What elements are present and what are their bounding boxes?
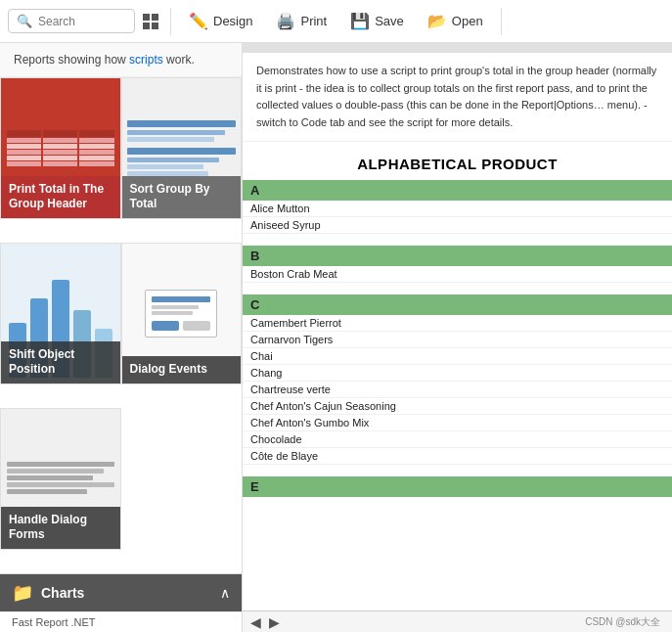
section-b: B Boston Crab Meat — [243, 246, 672, 293]
section-e-header: E — [243, 476, 672, 497]
section-e: E — [243, 476, 672, 497]
tiles-grid: Print Total in The Group Header Sort Gr — [0, 77, 242, 574]
svg-rect-2 — [143, 23, 150, 29]
section-c-item-6: Chef Anton's Gumbo Mix — [243, 415, 672, 431]
section-c: C Camembert Pierrot Carnarvon Tigers Cha… — [243, 294, 672, 474]
section-a-item-0: Alice Mutton — [243, 201, 672, 217]
tile-print-total[interactable]: Print Total in The Group Header — [0, 77, 121, 219]
report-description: Demonstrates how to use a script to prin… — [243, 53, 672, 142]
main-layout: Reports showing how scripts work. Print … — [0, 43, 672, 632]
save-label: Save — [375, 14, 404, 28]
svg-rect-1 — [152, 14, 158, 21]
section-c-spacer — [243, 465, 672, 474]
design-button[interactable]: ✏️ Design — [179, 7, 262, 35]
section-c-item-0: Camembert Pierrot — [243, 315, 672, 332]
section-b-header: B — [243, 246, 672, 266]
charts-section[interactable]: 📁 Charts ∧ — [0, 574, 242, 611]
print-label: Print — [300, 14, 327, 28]
tile-dialog-events-label: Dialog Events — [122, 356, 242, 384]
toolbar-divider-1 — [170, 8, 171, 35]
report-description-text: Demonstrates how to use a script to prin… — [256, 65, 656, 128]
section-c-item-3: Chang — [243, 365, 672, 382]
watermark: CSDN @sdk大全 — [585, 615, 668, 629]
design-icon: ✏️ — [189, 12, 208, 30]
section-a-spacer — [243, 234, 672, 244]
section-a-item-1: Aniseed Syrup — [243, 217, 672, 234]
report-header-gray — [243, 43, 672, 53]
svg-rect-0 — [143, 14, 150, 21]
tile-shift-object-label: Shift Object Position — [1, 341, 120, 384]
right-panel: Demonstrates how to use a script to prin… — [243, 43, 672, 632]
section-c-header: C — [243, 294, 672, 315]
section-a: A Alice Mutton Aniseed Syrup — [243, 180, 672, 244]
report-content[interactable]: Demonstrates how to use a script to prin… — [243, 43, 672, 610]
report-title: ALPHABETICAL PRODUCT — [243, 142, 672, 180]
scripts-link[interactable]: scripts — [129, 53, 163, 67]
section-b-spacer — [243, 283, 672, 293]
folder-icon: 📁 — [12, 582, 33, 604]
svg-rect-3 — [152, 23, 158, 29]
search-icon: 🔍 — [17, 14, 32, 28]
section-c-item-4: Chartreuse verte — [243, 382, 672, 398]
tile-handle-dialog-label: Handle Dialog Forms — [1, 507, 120, 549]
save-icon: 💾 — [350, 12, 370, 30]
section-c-item-7: Chocolade — [243, 431, 672, 448]
section-c-item-8: Côte de Blaye — [243, 448, 672, 465]
section-c-item-2: Chai — [243, 348, 672, 365]
chevron-up-icon: ∧ — [220, 585, 230, 601]
section-b-letter: B — [250, 248, 259, 263]
section-a-letter: A — [250, 183, 259, 198]
nav-prev-icon[interactable]: ◀ — [246, 614, 265, 630]
section-e-letter: E — [250, 479, 259, 494]
design-label: Design — [213, 14, 252, 28]
tile-sort-group-label: Sort Group By Total — [122, 176, 242, 218]
tile-dialog-events[interactable]: Dialog Events — [121, 243, 243, 384]
bottom-nav: ◀ ▶ CSDN @sdk大全 — [243, 610, 672, 632]
print-button[interactable]: 🖨️ Print — [266, 7, 336, 35]
section-b-item-0: Boston Crab Meat — [243, 266, 672, 283]
reports-hint: Reports showing how scripts work. — [0, 43, 242, 77]
left-panel: Reports showing how scripts work. Print … — [0, 43, 243, 632]
tile-handle-dialog[interactable]: Handle Dialog Forms — [0, 408, 121, 550]
open-button[interactable]: 📂 Open — [418, 7, 493, 35]
open-label: Open — [452, 14, 483, 28]
grid-view-icon[interactable] — [139, 10, 162, 33]
toolbar: 🔍 ✏️ Design 🖨️ Print 💾 Save 📂 Open — [0, 0, 672, 43]
save-button[interactable]: 💾 Save — [340, 7, 414, 35]
search-input[interactable] — [38, 15, 126, 28]
section-a-header: A — [243, 180, 672, 201]
bottom-label: Fast Report .NET — [0, 611, 242, 632]
open-icon: 📂 — [427, 12, 447, 30]
tile-sort-group[interactable]: Sort Group By Total — [121, 77, 243, 219]
search-box[interactable]: 🔍 — [8, 9, 135, 33]
tile-print-total-label: Print Total in The Group Header — [1, 176, 120, 218]
print-icon: 🖨️ — [276, 12, 295, 30]
section-c-item-1: Carnarvon Tigers — [243, 332, 672, 348]
charts-label: Charts — [41, 585, 212, 601]
section-c-item-5: Chef Anton's Cajun Seasoning — [243, 398, 672, 415]
section-c-letter: C — [250, 297, 259, 312]
nav-next-icon[interactable]: ▶ — [265, 614, 284, 630]
toolbar-divider-2 — [501, 8, 502, 35]
tile-shift-object[interactable]: Shift Object Position — [0, 243, 121, 384]
